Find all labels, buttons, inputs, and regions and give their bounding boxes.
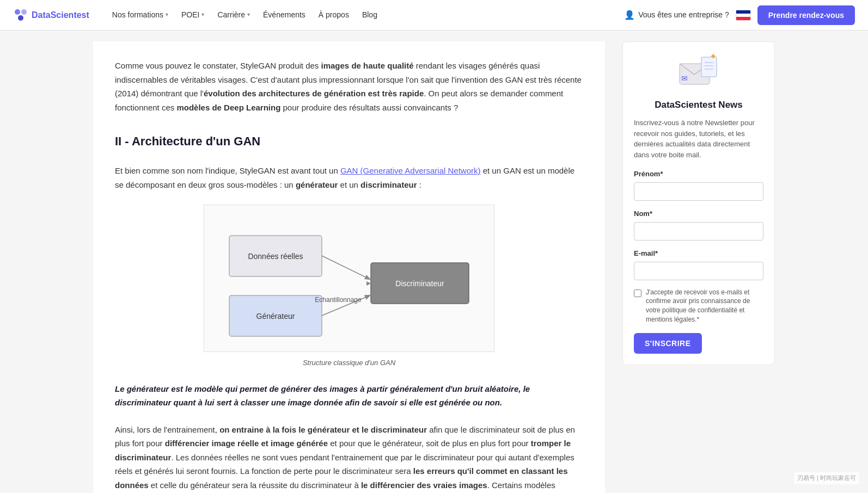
logo[interactable]: DataScientest <box>13 8 89 23</box>
svg-line-6 <box>322 256 370 279</box>
nom-group: Nom* <box>634 208 763 241</box>
prenom-group: Prénom* <box>634 169 763 201</box>
generateur-label: Générateur <box>256 312 295 321</box>
language-flag[interactable] <box>736 10 751 21</box>
gan-link[interactable]: GAN (Generative Adversarial Network) <box>340 166 481 175</box>
generateur-bold: générateur <box>296 180 338 189</box>
email-input[interactable] <box>634 262 763 280</box>
consent-label: J'accepte de recevoir vos e-mails et con… <box>646 288 763 324</box>
nav-evenements[interactable]: Événements <box>258 4 311 25</box>
newsletter-card: ✦ ✉ DataScientest News Inscrivez-vous à … <box>622 41 775 365</box>
blockquote-text: Le générateur est le modèle qui permet d… <box>115 382 583 410</box>
enterprise-icon: 👤 <box>624 8 635 22</box>
prenom-label: Prénom* <box>634 169 763 180</box>
gan-diagram-svg: Données réelles Générateur Discriminateu… <box>213 214 485 339</box>
logo-text: DataScientest <box>32 8 89 22</box>
flag-red-stripe <box>736 17 750 20</box>
section-intro-text: Et bien comme son nom l'indique, StyleGA… <box>115 164 583 192</box>
section-title: II - Architecture d'un GAN <box>115 132 583 155</box>
newsletter-title: DataScientest News <box>634 97 763 112</box>
newsletter-desc: Inscrivez-vous à notre Newsletter pour r… <box>634 118 763 160</box>
svg-point-0 <box>15 9 20 15</box>
intro-bold-1: images de haute qualité <box>321 61 414 70</box>
chevron-down-icon: ▾ <box>201 10 204 19</box>
consent-checkbox[interactable] <box>634 289 641 297</box>
echantillonnage-label: Echantillonnage <box>315 296 362 304</box>
newsletter-icon-wrap: ✦ ✉ <box>634 53 763 91</box>
bold-erreurs: les erreurs qu'il commet en classant les… <box>115 466 568 490</box>
nav-poei[interactable]: POEI ▾ <box>176 4 210 25</box>
nav-carriere[interactable]: Carrière ▾ <box>212 4 255 25</box>
nom-input[interactable] <box>634 222 763 241</box>
intro-paragraph: Comme vous pouvez le constater, StyleGAN… <box>115 59 583 114</box>
main-content: Comme vous pouvez le constater, StyleGAN… <box>93 41 605 493</box>
logo-icon <box>13 8 28 23</box>
prenom-input[interactable] <box>634 182 763 201</box>
nav-links: Nos formations ▾ POEI ▾ Carrière ▾ Événe… <box>107 4 624 25</box>
body-paragraph-2: Ainsi, lors de l'entrainement, on entrai… <box>115 423 583 493</box>
svg-text:✦: ✦ <box>710 53 717 61</box>
svg-text:✉: ✉ <box>681 74 688 83</box>
gan-diagram-container: Données réelles Générateur Discriminateu… <box>115 205 583 369</box>
nav-blog[interactable]: Blog <box>357 4 383 25</box>
enterprise-link[interactable]: 👤 Vous êtes une entreprise ? <box>624 8 729 22</box>
sidebar: ✦ ✉ DataScientest News Inscrivez-vous à … <box>622 41 775 493</box>
email-group: E-mail* <box>634 248 763 280</box>
bold-differencier-vraies: le différencier des vraies images <box>361 480 487 490</box>
chevron-down-icon: ▾ <box>166 10 168 19</box>
svg-point-1 <box>21 9 27 15</box>
nav-formations[interactable]: Nos formations ▾ <box>107 4 174 25</box>
newsletter-icon: ✦ ✉ <box>677 53 720 91</box>
bold-differencier: différencier image réelle et image génér… <box>165 439 328 448</box>
subscribe-button[interactable]: S'INSCRIRE <box>634 333 702 354</box>
cta-button[interactable]: Prendre rendez-vous <box>757 5 855 25</box>
nom-label: Nom* <box>634 208 763 220</box>
svg-point-2 <box>18 15 23 21</box>
diagram-caption: Structure classique d'un GAN <box>303 358 395 369</box>
consent-row: J'accepte de recevoir vos e-mails et con… <box>634 288 763 324</box>
nav-right: 👤 Vous êtes une entreprise ? Prendre ren… <box>624 5 855 25</box>
discriminateur-label: Discriminateur <box>395 279 444 288</box>
intro-bold-3: modèles de Deep Learning <box>176 103 280 112</box>
svg-marker-8 <box>366 281 371 286</box>
navbar: DataScientest Nos formations ▾ POEI ▾ Ca… <box>0 0 868 30</box>
email-label: E-mail* <box>634 248 763 260</box>
chevron-down-icon: ▾ <box>247 10 250 19</box>
bold-entraine: on entraine à la fois le générateur et l… <box>219 425 427 434</box>
page-layout: Comme vous pouvez le constater, StyleGAN… <box>80 30 788 493</box>
intro-bold-2: évolution des architectures de génératio… <box>204 89 424 98</box>
watermark: 刃易号 | 时尚玩家岳可 <box>794 472 859 484</box>
gan-diagram: Données réelles Générateur Discriminateu… <box>204 205 494 352</box>
nav-apropos[interactable]: À propos <box>313 4 354 25</box>
donnees-label: Données réelles <box>248 252 303 261</box>
discriminateur-bold: discriminateur <box>360 180 417 189</box>
